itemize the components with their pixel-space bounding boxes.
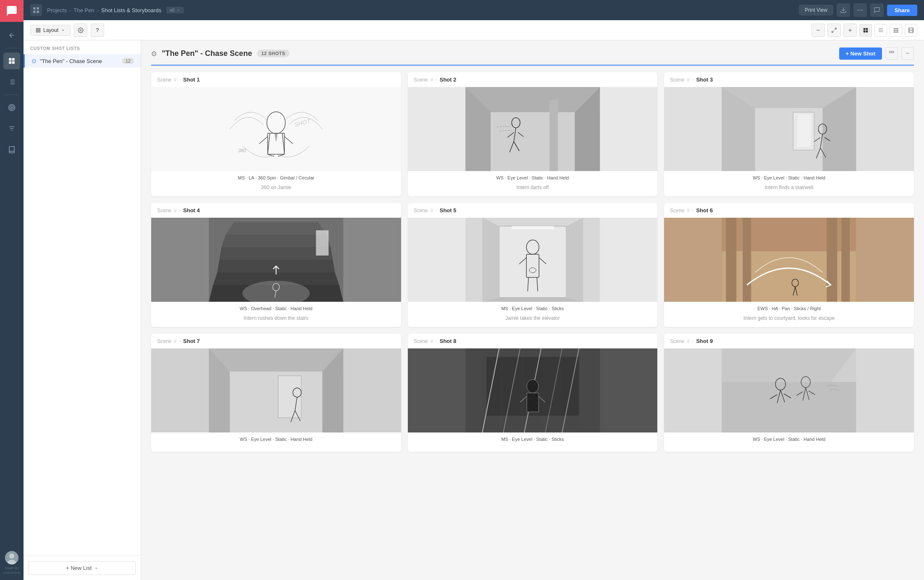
svg-marker-71 (219, 247, 333, 260)
view-grid-2col-btn[interactable] (859, 24, 872, 37)
svg-rect-109 (527, 393, 538, 412)
settings-icon-btn[interactable] (74, 24, 87, 37)
svg-rect-66 (798, 114, 811, 147)
shot-card-3: Scene # › Shot 3 (664, 72, 914, 196)
svg-rect-14 (39, 28, 40, 30)
sidebar-icon-filter[interactable] (3, 120, 20, 137)
hash-2: # (430, 77, 433, 83)
svg-rect-91 (827, 218, 837, 302)
nav-logo[interactable] (30, 4, 42, 16)
card-image-4[interactable] (151, 218, 401, 302)
zoom-fit-btn[interactable] (827, 24, 841, 37)
svg-rect-99 (278, 376, 301, 418)
more-icon-btn[interactable] (853, 3, 867, 17)
svg-marker-70 (221, 235, 331, 247)
card-header-5: Scene # › Shot 5 (408, 203, 658, 218)
card-desc-4: Intern rushes down the stairs (151, 314, 401, 327)
shot-name-7: Shot 7 (183, 338, 200, 344)
card-image-3[interactable] (664, 87, 914, 171)
view-grid-3col-btn[interactable] (890, 24, 902, 37)
shot-list-count: 12 (122, 58, 134, 64)
tags-7: WS · Eye Level · Static · Hand Held (240, 437, 312, 442)
share-button[interactable]: Share (887, 5, 917, 16)
new-list-button[interactable]: + New List (29, 561, 136, 575)
arrow-8: › (436, 339, 437, 343)
breadcrumb-sep-2: › (97, 7, 98, 13)
sidebar-icon-back[interactable] (3, 27, 20, 44)
hash-8: # (430, 338, 433, 344)
layout-button[interactable]: Layout (30, 25, 71, 36)
shot-name-9: Shot 9 (696, 338, 713, 344)
svg-line-19 (835, 28, 836, 29)
svg-point-10 (858, 10, 859, 11)
view-film-btn[interactable] (905, 24, 917, 37)
scene-label-3: Scene (670, 77, 684, 83)
card-image-6[interactable] (664, 218, 914, 302)
print-view-button[interactable]: Print View (799, 5, 833, 16)
card-view-btn[interactable] (885, 47, 898, 60)
scene-icon: ⊙ (151, 50, 157, 58)
panel-section-header: Custom Shot Lists (24, 40, 141, 54)
shot-list-icon: ⊙ (32, 58, 37, 64)
sidebar-icon-target[interactable] (3, 99, 20, 116)
tags-5: MS · Eye Level · Static · Sticks (501, 306, 564, 311)
card-header-2: Scene # › Shot 2 (408, 72, 658, 87)
left-panel: Custom Shot Lists ⊙ "The Pen" - Chase Sc… (24, 40, 141, 580)
card-image-1[interactable]: SHOT 360 (151, 87, 401, 171)
svg-rect-36 (894, 31, 895, 32)
shot-list-item[interactable]: ⊙ "The Pen" - Chase Scene 12 (24, 54, 141, 68)
shot-card-9: Scene # › Shot 9 (664, 334, 914, 452)
zoom-out-btn[interactable] (811, 24, 825, 37)
collapse-btn[interactable]: − (901, 47, 914, 60)
main-area: Projects › The Pen › Shot Lists & Storyb… (24, 0, 924, 580)
svg-point-11 (860, 10, 861, 11)
svg-point-8 (9, 554, 14, 559)
toolbar-right (811, 24, 917, 37)
hash-7: # (174, 338, 177, 344)
scene-title: "The Pen" - Chase Scene (162, 49, 252, 58)
card-meta-8: MS · Eye Level · Static · Sticks (408, 432, 658, 444)
new-shot-button[interactable]: + New Shot (839, 47, 882, 60)
tags-2: WS · Eye Level · Static · Hand Held (496, 175, 569, 180)
card-image-2[interactable] (408, 87, 658, 171)
hash-6: # (687, 208, 690, 214)
shot-card-1: Scene # › Shot 1 (151, 72, 401, 196)
toolbar: Layout ? (24, 20, 924, 40)
svg-line-20 (832, 31, 834, 32)
card-image-8[interactable] (408, 348, 658, 432)
breadcrumb-sep-1: › (69, 7, 71, 13)
chat-icon-btn[interactable] (870, 3, 884, 17)
sidebar-icon-home[interactable] (3, 53, 20, 69)
version-badge[interactable]: v0 (166, 7, 184, 13)
card-image-5[interactable] (408, 218, 658, 302)
zoom-in-btn[interactable] (843, 24, 857, 37)
version-label: v0 (170, 8, 175, 13)
svg-point-5 (10, 106, 14, 110)
card-desc-6: Intern gets to courtyard, looks for esca… (664, 314, 914, 327)
svg-rect-38 (897, 31, 898, 32)
card-desc-3: Intern finds a stairwell (664, 183, 914, 196)
view-list-btn[interactable] (874, 24, 887, 37)
svg-text:360: 360 (238, 148, 246, 153)
card-desc-1: 360 on Jamie (151, 183, 401, 196)
card-meta-1: MS · LA · 360 Spin · Gimbal / Circular (151, 171, 401, 183)
sidebar-icon-book[interactable] (3, 141, 20, 158)
breadcrumb-thepen[interactable]: The Pen (74, 7, 94, 13)
svg-rect-25 (864, 30, 866, 32)
sidebar-icon-list[interactable] (3, 74, 20, 90)
svg-rect-0 (9, 58, 11, 61)
download-icon-btn[interactable] (837, 3, 850, 17)
arrow-7: › (179, 339, 181, 343)
hash-3: # (687, 77, 690, 83)
shot-card-6: Scene # › Shot 6 (664, 203, 914, 327)
card-image-9[interactable] (664, 348, 914, 432)
avatar[interactable] (5, 551, 18, 564)
shot-grid: Scene # › Shot 1 (141, 72, 924, 462)
shot-list-name: "The Pen" - Chase Scene (40, 58, 119, 64)
app-logo[interactable] (0, 0, 24, 22)
help-icon-btn[interactable]: ? (91, 24, 104, 37)
shot-name-3: Shot 3 (696, 76, 713, 83)
card-image-7[interactable] (151, 348, 401, 432)
breadcrumb-projects[interactable]: Projects (47, 7, 67, 13)
tags-1: MS · LA · 360 Spin · Gimbal / Circular (238, 175, 314, 180)
